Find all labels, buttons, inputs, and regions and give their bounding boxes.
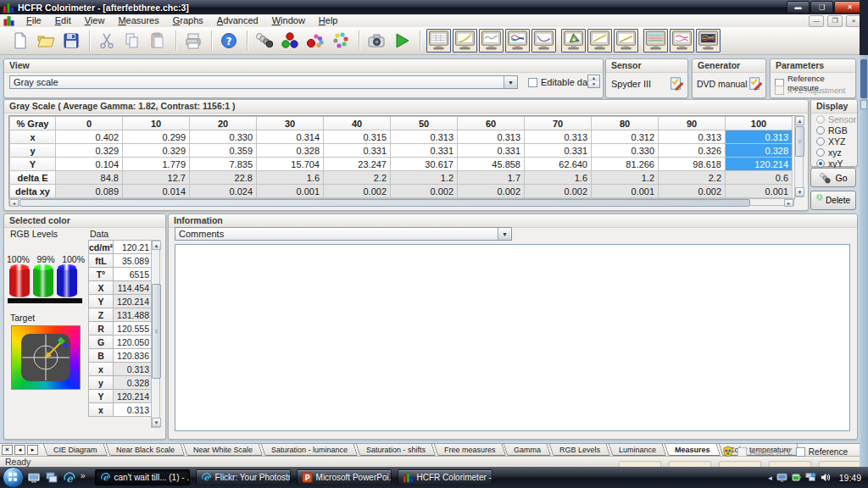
gs-cell[interactable]: 1.779 — [123, 158, 190, 171]
taskbar-clock[interactable]: 19:49 — [839, 473, 861, 483]
gray-series-icon[interactable] — [253, 29, 277, 53]
new-document-icon[interactable] — [9, 29, 33, 53]
comments-select[interactable]: Comments ▼ — [175, 227, 512, 241]
gs-cell[interactable]: 2.2 — [324, 171, 391, 185]
gs-cell[interactable]: 0.330 — [592, 144, 659, 158]
gs-cell[interactable]: 0.312 — [592, 130, 659, 144]
gs-cell[interactable]: 0.402 — [56, 130, 123, 144]
copy-icon[interactable] — [121, 29, 145, 53]
gs-cell[interactable]: 0.313 — [659, 130, 726, 144]
save-icon[interactable] — [60, 29, 84, 53]
gs-cell[interactable]: 12.7 — [123, 171, 190, 185]
gs-cell[interactable]: 0.001 — [257, 185, 324, 198]
gs-cell[interactable]: 0.002 — [458, 185, 525, 198]
free-measure-icon[interactable] — [330, 29, 353, 53]
delete-button[interactable]: Delete — [810, 191, 856, 210]
luminance-line-icon[interactable] — [587, 29, 612, 53]
tray-expand-icon[interactable]: ◂ — [768, 474, 772, 482]
show-desktop-icon[interactable] — [27, 470, 42, 485]
saturation-waves-icon[interactable] — [670, 29, 694, 53]
help-icon[interactable]: ? — [218, 29, 242, 53]
menu-help[interactable]: Help — [312, 14, 345, 27]
internet-explorer-icon[interactable]: e — [63, 470, 77, 485]
generator-edit-icon[interactable] — [748, 76, 763, 92]
luminance-curve-icon[interactable] — [479, 29, 504, 53]
start-button[interactable] — [3, 467, 24, 488]
gs-cell[interactable]: 0.326 — [659, 144, 726, 158]
toolbar-overflow-chevron[interactable]: » — [81, 471, 86, 480]
gs-cell[interactable]: 0.314 — [257, 130, 324, 144]
tab-measures[interactable]: Measures — [665, 444, 721, 456]
tray-volume-icon[interactable] — [820, 472, 831, 483]
menu-measures[interactable]: Measures — [111, 14, 165, 27]
comments-textarea[interactable] — [175, 244, 850, 431]
maximize-button[interactable]: ❑ — [810, 1, 833, 14]
window-scroll-thumb[interactable] — [860, 59, 867, 98]
tab-rgb-levels[interactable]: RGB Levels — [549, 444, 611, 456]
scroll-down-icon[interactable]: ▼ — [152, 418, 161, 427]
gs-cell[interactable]: 0.330 — [190, 130, 257, 144]
tab-free-measures[interactable]: Free measures — [433, 444, 505, 456]
gs-cell[interactable]: 0.002 — [391, 185, 458, 198]
gs-cell[interactable]: 0.6 — [726, 171, 793, 185]
gs-cell[interactable]: 1.6 — [257, 171, 324, 185]
cie-diagram-icon[interactable] — [561, 29, 586, 53]
taskbar-button[interactable]: HCFR Colorimeter - ... — [398, 469, 492, 485]
measure-spinner[interactable]: ▲ ▼ — [587, 75, 600, 88]
gs-cell[interactable]: 120.214 — [726, 158, 793, 171]
reference-checkbox[interactable] — [796, 447, 805, 457]
switch-windows-icon[interactable] — [45, 470, 59, 485]
menu-edit[interactable]: Edit — [48, 14, 78, 27]
scroll-up-icon[interactable]: ▲ — [152, 241, 161, 250]
child-minimize-button[interactable]: — — [809, 15, 824, 27]
tab-scroll-left-icon[interactable]: ◂ — [14, 445, 25, 455]
gs-cell[interactable]: 0.329 — [56, 144, 123, 158]
gs-cell[interactable]: 0.313 — [525, 130, 592, 144]
gs-cell[interactable]: 0.024 — [190, 185, 257, 198]
print-icon[interactable] — [182, 29, 206, 53]
tab-gamma[interactable]: Gamma — [504, 444, 552, 456]
gs-cell[interactable]: 0.001 — [726, 185, 793, 198]
rgb-curves-icon[interactable] — [505, 29, 530, 53]
radio-xyz[interactable] — [816, 137, 825, 146]
gs-cell[interactable]: 98.618 — [659, 158, 726, 171]
gs-cell[interactable]: 0.328 — [726, 144, 793, 158]
saturation-series-icon[interactable] — [304, 29, 328, 53]
window-scroll-button[interactable] — [860, 100, 867, 109]
cut-icon[interactable] — [96, 29, 120, 53]
spinner-up-icon[interactable]: ▲ — [588, 75, 599, 81]
tab-saturation-luminance[interactable]: Saturation - luminance — [260, 444, 358, 456]
measures-grid-icon[interactable] — [426, 29, 451, 53]
sensor-edit-icon[interactable] — [669, 76, 684, 92]
taskbar-button[interactable]: ecan't wait till... (1) - ... — [95, 469, 190, 485]
tab-near-black-scale[interactable]: Near Black Scale — [105, 444, 185, 456]
gs-cell[interactable]: 0.313 — [458, 130, 525, 144]
gs-cell[interactable]: 15.704 — [257, 158, 324, 171]
primary-colors-icon[interactable] — [279, 29, 303, 53]
gs-cell[interactable]: 0.331 — [324, 144, 391, 158]
gs-cell[interactable]: 0.359 — [190, 144, 257, 158]
view-select[interactable]: Gray scale ▼ — [9, 75, 518, 89]
gs-cell[interactable]: 45.858 — [458, 158, 525, 171]
gs-cell[interactable]: 0.331 — [458, 144, 525, 158]
gs-cell[interactable]: 0.089 — [56, 185, 123, 198]
gs-cell[interactable]: 0.331 — [391, 144, 458, 158]
gamma-curve-icon[interactable] — [453, 29, 477, 53]
tray-network-icon[interactable] — [805, 472, 816, 483]
gs-cell[interactable]: 2.2 — [659, 171, 726, 185]
display-option-xyz[interactable]: xyz — [811, 147, 857, 158]
gs-cell[interactable]: 0.331 — [525, 144, 592, 158]
open-folder-icon[interactable] — [35, 29, 58, 53]
menu-graphs[interactable]: Graphs — [166, 14, 210, 27]
gs-cell[interactable]: 0.313 — [391, 130, 458, 144]
run-icon[interactable] — [391, 29, 415, 53]
gs-cell[interactable]: 0.104 — [56, 158, 123, 171]
menu-window[interactable]: Window — [265, 14, 312, 27]
go-button[interactable]: Go — [810, 168, 856, 187]
menu-advanced[interactable]: Advanced — [210, 14, 265, 27]
chevron-down-icon[interactable]: ▼ — [504, 76, 517, 88]
gs-cell[interactable]: 0.014 — [123, 185, 190, 198]
menu-file[interactable]: File — [19, 14, 48, 27]
radio-rgb[interactable] — [816, 126, 825, 135]
taskbar-button[interactable]: PMicrosoft PowerPoi... — [297, 469, 392, 485]
